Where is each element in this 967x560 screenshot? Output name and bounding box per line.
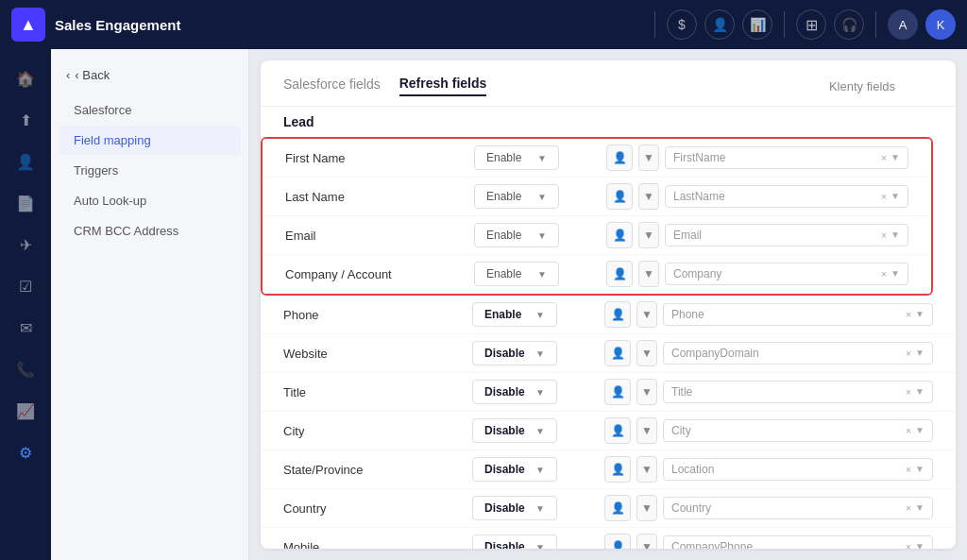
user-avatar-a[interactable]: A (888, 9, 918, 40)
klenty-caret-icon-5[interactable]: ▼ (636, 340, 657, 366)
klenty-clear-btn-2[interactable]: × (881, 229, 887, 241)
klenty-field-dropdown-7[interactable]: City × ▼ (663, 419, 933, 442)
klenty-down-btn-2[interactable]: ▼ (891, 229, 900, 241)
klenty-caret-icon-2[interactable]: ▼ (638, 222, 659, 248)
klenty-down-btn-4[interactable]: ▼ (915, 309, 925, 320)
toggle-button-9[interactable]: Disable ▼ (472, 496, 557, 520)
grid-icon[interactable]: ⊞ (796, 9, 826, 40)
klenty-clear-btn-1[interactable]: × (881, 191, 887, 202)
klenty-field-dropdown-4[interactable]: Phone × ▼ (663, 303, 933, 326)
klenty-field-dropdown-5[interactable]: CompanyDomain × ▼ (663, 342, 933, 365)
klenty-down-btn-7[interactable]: ▼ (915, 425, 925, 436)
klenty-clear-btn-0[interactable]: × (881, 152, 887, 163)
klenty-caret-icon-1[interactable]: ▼ (638, 183, 659, 210)
sidebar-item-field-mapping[interactable]: Field mapping (59, 126, 241, 155)
user-avatar-k[interactable]: K (925, 9, 956, 40)
sidebar-item-salesforce[interactable]: Salesforce (59, 95, 241, 125)
toggle-button-2[interactable]: Enable ▼ (474, 223, 559, 247)
sidebar-item-auto-lookup[interactable]: Auto Look-up (59, 186, 241, 215)
klenty-type-icon-3[interactable]: 👤 (606, 261, 633, 287)
user-nav-icon[interactable]: 👤 (704, 9, 735, 40)
toggle-button-1[interactable]: Enable ▼ (474, 184, 559, 209)
klenty-clear-btn-7[interactable]: × (906, 425, 911, 436)
toggle-button-5[interactable]: Disable ▼ (472, 341, 557, 365)
headset-icon[interactable]: 🎧 (834, 9, 864, 40)
klenty-down-btn-1[interactable]: ▼ (891, 191, 900, 202)
klenty-clear-btn-9[interactable]: × (906, 502, 911, 514)
klenty-down-btn-0[interactable]: ▼ (891, 152, 900, 163)
klenty-down-btn-10[interactable]: ▼ (915, 541, 925, 549)
field-name-5: Website (283, 347, 472, 361)
klenty-down-btn-6[interactable]: ▼ (915, 386, 925, 398)
toggle-button-0[interactable]: Enable ▼ (474, 145, 559, 170)
toggle-button-10[interactable]: Disable ▼ (472, 535, 557, 549)
klenty-clear-btn-5[interactable]: × (906, 348, 911, 359)
klenty-type-icon-6[interactable]: 👤 (604, 379, 631, 405)
table-row: Email Enable ▼ 👤 ▼ Email × ▼ (263, 216, 931, 255)
klenty-down-btn-9[interactable]: ▼ (915, 502, 925, 514)
klenty-field-dropdown-1[interactable]: LastName × ▼ (665, 185, 908, 208)
klenty-caret-icon-3[interactable]: ▼ (638, 261, 659, 287)
field-name-0: First Name (285, 151, 474, 165)
klenty-field-dropdown-9[interactable]: Country × ▼ (663, 497, 933, 519)
phone-icon[interactable]: 📞 (8, 351, 43, 387)
table-row: First Name Enable ▼ 👤 ▼ FirstName × ▼ (263, 139, 931, 178)
document-icon[interactable]: 📄 (8, 185, 43, 221)
nav-divider (654, 11, 655, 38)
toggle-button-3[interactable]: Enable ▼ (474, 262, 559, 286)
klenty-clear-btn-3[interactable]: × (881, 268, 887, 280)
settings-icon[interactable]: ⚙ (8, 434, 43, 470)
klenty-field-dropdown-8[interactable]: Location × ▼ (663, 458, 933, 481)
klenty-caret-icon-10[interactable]: ▼ (636, 534, 657, 549)
toggle-button-7[interactable]: Disable ▼ (472, 418, 557, 443)
chart-icon[interactable]: 📊 (742, 9, 772, 40)
mail-icon[interactable]: ✉ (8, 310, 43, 346)
klenty-type-icon-9[interactable]: 👤 (604, 495, 631, 521)
red-outline-group: First Name Enable ▼ 👤 ▼ FirstName × ▼ La… (261, 137, 933, 296)
analytics-icon[interactable]: 📈 (8, 393, 43, 429)
field-toggle-8: Disable ▼ (472, 457, 604, 482)
nav-divider-2 (784, 11, 785, 38)
klenty-clear-btn-8[interactable]: × (906, 464, 911, 475)
klenty-caret-icon-9[interactable]: ▼ (636, 495, 657, 521)
klenty-type-icon-5[interactable]: 👤 (604, 340, 631, 366)
home-icon[interactable]: 🏠 (8, 60, 43, 96)
klenty-field-dropdown-0[interactable]: FirstName × ▼ (665, 146, 908, 169)
klenty-type-icon-10[interactable]: 👤 (604, 534, 631, 549)
contacts-icon[interactable]: 👤 (8, 144, 43, 179)
upload-icon[interactable]: ⬆ (8, 102, 43, 138)
klenty-caret-icon-0[interactable]: ▼ (638, 144, 659, 171)
send-icon[interactable]: ✈ (8, 227, 43, 263)
klenty-type-icon-8[interactable]: 👤 (604, 456, 631, 483)
toggle-button-6[interactable]: Disable ▼ (472, 380, 557, 404)
klenty-type-icon-4[interactable]: 👤 (604, 301, 631, 328)
checklist-icon[interactable]: ☑ (8, 268, 43, 304)
klenty-caret-icon-7[interactable]: ▼ (636, 417, 657, 444)
tab-salesforce-fields[interactable]: Salesforce fields (283, 76, 381, 95)
klenty-field-dropdown-2[interactable]: Email × ▼ (665, 224, 908, 246)
toggle-button-4[interactable]: Enable ▼ (472, 302, 557, 327)
klenty-type-icon-7[interactable]: 👤 (604, 417, 631, 444)
klenty-clear-btn-6[interactable]: × (906, 386, 911, 398)
klenty-down-btn-3[interactable]: ▼ (891, 268, 900, 280)
sidebar-item-crm-bcc[interactable]: CRM BCC Address (59, 216, 241, 246)
klenty-clear-btn-4[interactable]: × (906, 309, 911, 320)
field-klenty-5: 👤 ▼ CompanyDomain × ▼ (604, 340, 933, 366)
klenty-caret-icon-4[interactable]: ▼ (636, 301, 657, 328)
klenty-field-dropdown-6[interactable]: Title × ▼ (663, 381, 933, 403)
sidebar-item-triggers[interactable]: Triggers (59, 156, 241, 185)
klenty-field-dropdown-10[interactable]: CompanyPhone × ▼ (663, 535, 933, 549)
dollar-icon[interactable]: $ (667, 9, 697, 40)
klenty-down-btn-8[interactable]: ▼ (915, 464, 925, 475)
klenty-type-icon-0[interactable]: 👤 (606, 144, 633, 171)
klenty-clear-btn-10[interactable]: × (906, 541, 911, 549)
tab-refresh-fields[interactable]: Refresh fields (399, 76, 487, 96)
klenty-field-dropdown-3[interactable]: Company × ▼ (665, 263, 908, 285)
klenty-type-icon-1[interactable]: 👤 (606, 183, 633, 210)
toggle-button-8[interactable]: Disable ▼ (472, 457, 557, 482)
klenty-down-btn-5[interactable]: ▼ (915, 348, 925, 359)
back-button[interactable]: ‹ ‹ Back (51, 62, 248, 88)
klenty-caret-icon-6[interactable]: ▼ (636, 379, 657, 405)
klenty-caret-icon-8[interactable]: ▼ (636, 456, 657, 483)
klenty-type-icon-2[interactable]: 👤 (606, 222, 633, 248)
